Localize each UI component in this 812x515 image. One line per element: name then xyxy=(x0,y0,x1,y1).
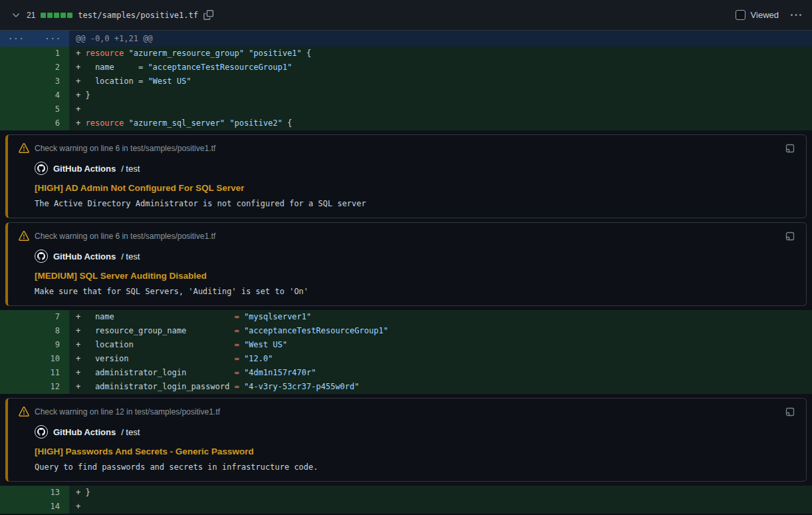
code-token: "acceptanceTestResourceGroup1" xyxy=(148,63,292,72)
hunk-header-row: ······@@ -0,0 +1,21 @@ xyxy=(0,31,812,47)
diffstat-square xyxy=(67,13,72,18)
changes-count: 21 xyxy=(27,11,35,20)
check-suite-name[interactable]: GitHub Actions xyxy=(53,427,116,437)
diff-line[interactable]: 6+ resource "azurerm_sql_server" "positi… xyxy=(0,116,812,130)
code-token: "azurerm_sql_server" "positive2" xyxy=(128,118,282,128)
code-content: + location = "West US" xyxy=(69,75,812,88)
expand-down-button[interactable]: ··· xyxy=(45,35,61,43)
diff-line[interactable]: 4+ } xyxy=(0,88,812,102)
code-block: 7+ name = "mysqlserver1"8+ resource_grou… xyxy=(0,310,812,394)
diff-line[interactable]: 10+ version = "12.0" xyxy=(0,352,812,366)
annotation-title: [HIGH] Passwords And Secrets - Generic P… xyxy=(35,446,795,456)
copy-icon xyxy=(203,10,213,20)
expand-up-button[interactable]: ··· xyxy=(8,35,25,43)
diff-line[interactable]: 11+ administrator_login = "4dm1n157r470r… xyxy=(0,366,812,380)
github-mark-icon xyxy=(35,425,48,438)
viewed-control[interactable]: Viewed xyxy=(736,10,779,20)
file-name[interactable]: test/samples/positive1.tf xyxy=(78,11,198,20)
annotation-header-text: Check warning on line 6 in test/samples/… xyxy=(35,232,779,241)
line-number[interactable]: 4 xyxy=(0,88,69,102)
code-token: resource xyxy=(85,49,128,58)
line-number[interactable]: 9 xyxy=(0,338,69,352)
check-annotation: Check warning on line 6 in test/samples/… xyxy=(5,134,807,218)
viewed-checkbox[interactable] xyxy=(736,10,745,20)
diff-line[interactable]: 9+ location = "West US" xyxy=(0,338,812,352)
annotation-message: The Active Directory Administrator is no… xyxy=(35,199,795,208)
note-icon[interactable] xyxy=(785,143,795,154)
line-number[interactable]: 3 xyxy=(0,75,69,88)
diff-line[interactable]: 1+ resource "azurerm_resource_group" "po… xyxy=(0,47,812,61)
code-token: + administrator_login xyxy=(76,368,234,377)
code-token: "azurerm_resource_group" "positive1" xyxy=(128,49,301,58)
line-number[interactable]: 8 xyxy=(0,324,69,338)
code-token: "West US" xyxy=(244,340,287,349)
note-icon[interactable] xyxy=(785,231,795,242)
check-suite-name[interactable]: GitHub Actions xyxy=(53,164,116,174)
check-run-name: / test xyxy=(121,252,140,261)
line-number[interactable]: 12 xyxy=(0,380,69,394)
diff-line[interactable]: 13+ } xyxy=(0,486,812,500)
line-number[interactable]: 6 xyxy=(0,116,69,130)
code-token: = xyxy=(234,368,243,377)
annotation-header: Check warning on line 12 in test/samples… xyxy=(19,407,795,417)
diff-line[interactable]: 2+ name = "acceptanceTestResourceGroup1" xyxy=(0,61,812,75)
code-token: + } xyxy=(76,488,90,497)
code-token: + location xyxy=(76,340,234,349)
code-token: + xyxy=(76,502,80,511)
code-token: + name xyxy=(76,312,234,321)
line-number[interactable]: 11 xyxy=(0,366,69,380)
code-content: + name = "acceptanceTestResourceGroup1" xyxy=(69,61,812,75)
annotation-header-text: Check warning on line 6 in test/samples/… xyxy=(35,144,779,153)
diff-line[interactable]: 7+ name = "mysqlserver1" xyxy=(0,310,812,324)
collapse-file-button[interactable] xyxy=(11,10,21,21)
diff-line[interactable]: 12+ administrator_login_password = "4-v3… xyxy=(0,380,812,394)
code-token: "West US" xyxy=(148,77,191,86)
code-content: + resource "azurerm_resource_group" "pos… xyxy=(69,47,812,61)
viewed-label: Viewed xyxy=(751,10,779,20)
diffstat-square xyxy=(61,13,66,18)
copy-path-button[interactable] xyxy=(203,10,213,20)
diffstat-square xyxy=(41,13,46,18)
code-token: "4-v3ry-53cr37-p455w0rd" xyxy=(244,382,359,391)
line-number[interactable]: 2 xyxy=(0,61,69,75)
annotation-header: Check warning on line 6 in test/samples/… xyxy=(19,231,795,242)
line-number[interactable]: 1 xyxy=(0,47,69,61)
diffstat xyxy=(41,13,72,18)
code-token: + xyxy=(76,49,85,58)
github-mark-icon xyxy=(35,162,48,175)
alert-triangle-icon xyxy=(19,231,29,242)
diff-line[interactable]: 3+ location = "West US" xyxy=(0,75,812,88)
code-content: + administrator_login = "4dm1n157r470r" xyxy=(69,366,812,380)
diff-line[interactable]: 8+ resource_group_name = "acceptanceTest… xyxy=(0,324,812,338)
line-number[interactable]: 7 xyxy=(0,310,69,324)
check-suite-row: GitHub Actions/ test xyxy=(35,425,795,438)
note-icon[interactable] xyxy=(785,407,795,417)
check-suite-name[interactable]: GitHub Actions xyxy=(53,252,116,261)
diff-line[interactable]: 14+ xyxy=(0,500,812,514)
code-token: = xyxy=(234,340,243,349)
annotation-message: Make sure that for SQL Servers, 'Auditin… xyxy=(35,287,795,296)
diffstat-square xyxy=(47,13,53,18)
file-options-button[interactable] xyxy=(791,10,801,21)
check-annotation: Check warning on line 12 in test/samples… xyxy=(5,398,807,482)
code-token: + location = xyxy=(76,77,148,86)
line-number[interactable]: 5 xyxy=(0,102,69,116)
code-token: = xyxy=(234,382,243,391)
chevron-down-icon xyxy=(11,10,21,21)
code-token: = xyxy=(234,312,243,321)
line-number[interactable]: 10 xyxy=(0,352,69,366)
file-header: 21 test/samples/positive1.tf Viewed xyxy=(0,0,812,31)
alert-triangle-icon xyxy=(19,143,29,154)
code-token: { xyxy=(283,118,292,128)
line-number[interactable]: 14 xyxy=(0,500,69,514)
github-mark-icon xyxy=(35,250,48,263)
diff-line[interactable]: 5+ xyxy=(0,102,812,116)
code-content: + version = "12.0" xyxy=(69,352,812,366)
annotation-header: Check warning on line 6 in test/samples/… xyxy=(19,143,795,154)
check-run-name: / test xyxy=(121,427,140,437)
code-content: + xyxy=(69,500,812,514)
code-token: "mysqlserver1" xyxy=(244,312,311,321)
line-number[interactable]: 13 xyxy=(0,486,69,500)
code-token: "acceptanceTestResourceGroup1" xyxy=(244,326,388,335)
code-content: + } xyxy=(69,486,812,500)
